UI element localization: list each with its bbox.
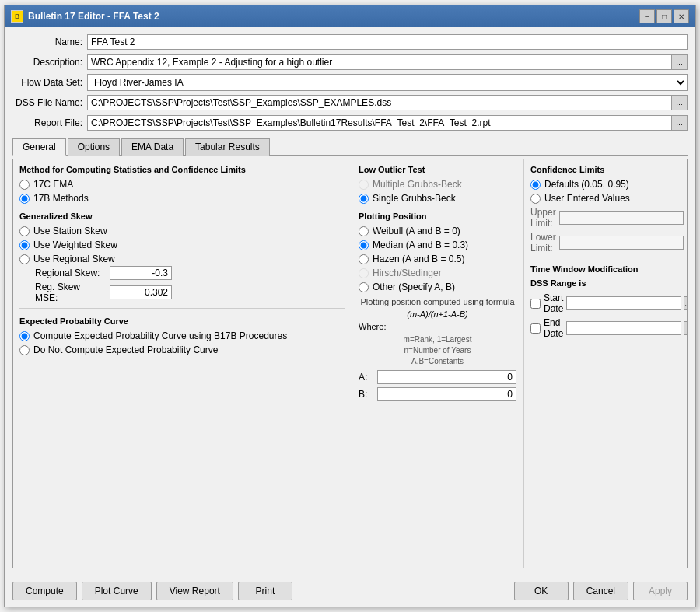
pp-hirsch: Hirsch/Stedinger bbox=[359, 268, 516, 278]
plot-curve-button[interactable]: Plot Curve bbox=[82, 582, 152, 600]
expected-prob-compute[interactable]: Compute Expected Probability Curve using… bbox=[19, 330, 345, 341]
view-report-button[interactable]: View Report bbox=[156, 582, 233, 600]
regional-skew-field[interactable] bbox=[110, 266, 172, 280]
end-date-label: End Date bbox=[544, 317, 563, 339]
plotting-formula: (m-A)/(n+1-A-B) bbox=[359, 309, 516, 319]
tab-ema-data[interactable]: EMA Data bbox=[121, 138, 184, 156]
skew-title: Generalized Skew bbox=[19, 212, 345, 221]
time-window-section: Time Window Modification DSS Range is St… bbox=[530, 264, 681, 339]
skew-regional[interactable]: Use Regional Skew bbox=[19, 254, 345, 264]
tab-general[interactable]: General bbox=[12, 138, 66, 156]
print-button[interactable]: Print bbox=[238, 582, 292, 600]
cl-defaults[interactable]: Defaults (0.05, 0.95) bbox=[530, 179, 681, 190]
name-field[interactable] bbox=[87, 34, 688, 50]
plotting-formula-desc: Plotting position computed using formula bbox=[359, 297, 516, 306]
upper-limit-field[interactable] bbox=[559, 211, 684, 225]
pp-weibull[interactable]: Weibull (A and B = 0) bbox=[359, 226, 516, 236]
expected-prob-radio-group: Compute Expected Probability Curve using… bbox=[19, 330, 345, 355]
name-row: Name: bbox=[12, 33, 688, 51]
regional-skew-row: Regional Skew: bbox=[35, 266, 345, 280]
plotting-position-radio-group: Weibull (A and B = 0) Median (A and B = … bbox=[359, 226, 516, 292]
title-bar: B Bulletin 17 Editor - FFA Test 2 − □ ✕ bbox=[5, 5, 695, 27]
pp-hazen-label: Hazen (A and B = 0.5) bbox=[373, 254, 464, 264]
report-file-label: Report File: bbox=[12, 117, 82, 128]
flow-data-set-select[interactable]: Floyd River-James IA bbox=[87, 74, 688, 91]
a-label: A: bbox=[359, 372, 374, 383]
compute-button[interactable]: Compute bbox=[12, 582, 77, 600]
pp-other[interactable]: Other (Specify A, B) bbox=[359, 282, 516, 292]
expected-prob-donot-label: Do Not Compute Expected Probability Curv… bbox=[33, 344, 218, 355]
start-date-checkbox[interactable] bbox=[530, 299, 541, 309]
plotting-position-title: Plotting Position bbox=[359, 212, 516, 221]
skew-station[interactable]: Use Station Skew bbox=[19, 226, 345, 236]
start-date-label: Start Date bbox=[544, 292, 563, 314]
method-17b-label: 17B Methods bbox=[33, 193, 89, 204]
low-outlier-single[interactable]: Single Grubbs-Beck bbox=[359, 193, 516, 204]
reg-skew-mse-field[interactable] bbox=[110, 285, 172, 299]
description-field[interactable] bbox=[87, 54, 672, 70]
method-skew-panel: Method for Computing Statistics and Conf… bbox=[13, 159, 352, 568]
window-title: Bulletin 17 Editor - FFA Test 2 bbox=[28, 11, 159, 22]
bottom-right-buttons: OK Cancel Apply bbox=[514, 582, 688, 600]
tabs-bar: General Options EMA Data Tabular Results bbox=[12, 138, 688, 156]
expected-prob-donot[interactable]: Do Not Compute Expected Probability Curv… bbox=[19, 344, 345, 355]
cancel-button[interactable]: Cancel bbox=[573, 582, 628, 600]
pp-hazen[interactable]: Hazen (A and B = 0.5) bbox=[359, 254, 516, 264]
cl-user-entered[interactable]: User Entered Values bbox=[530, 193, 681, 204]
lower-limit-field[interactable] bbox=[559, 236, 684, 250]
description-row: Description: … bbox=[12, 54, 688, 71]
lower-limit-label: Lower Limit: bbox=[530, 232, 556, 254]
end-date-field[interactable] bbox=[566, 321, 681, 335]
apply-button[interactable]: Apply bbox=[633, 582, 688, 600]
method-title: Method for Computing Statistics and Conf… bbox=[19, 165, 345, 174]
report-file-browse-button[interactable]: … bbox=[672, 115, 688, 131]
method-17c-ema[interactable]: 17C EMA bbox=[19, 179, 345, 190]
skew-radio-group: Use Station Skew Use Weighted Skew Use R… bbox=[19, 226, 345, 264]
tab-options[interactable]: Options bbox=[68, 138, 120, 156]
b-field[interactable] bbox=[377, 387, 516, 401]
low-outlier-multiple: Multiple Grubbs-Beck bbox=[359, 179, 516, 190]
name-label: Name: bbox=[12, 37, 82, 47]
bottom-left-buttons: Compute Plot Curve View Report Print bbox=[12, 582, 292, 600]
end-date-row: End Date … bbox=[530, 317, 681, 339]
maximize-button[interactable]: □ bbox=[656, 9, 672, 23]
pp-hirsch-label: Hirsch/Stedinger bbox=[373, 268, 442, 278]
where-desc: m=Rank, 1=Largestn=Number of YearsA,B=Co… bbox=[359, 334, 516, 367]
low-outlier-title: Low Outlier Test bbox=[359, 165, 516, 174]
skew-regional-label: Use Regional Skew bbox=[33, 254, 115, 264]
dss-file-label: DSS File Name: bbox=[12, 97, 82, 108]
pp-median[interactable]: Median (A and B = 0.3) bbox=[359, 240, 516, 250]
low-outlier-single-label: Single Grubbs-Beck bbox=[373, 193, 456, 204]
dss-file-field[interactable] bbox=[87, 95, 672, 110]
minimize-button[interactable]: − bbox=[639, 9, 655, 23]
upper-limit-label: Upper Limit: bbox=[530, 207, 556, 229]
app-icon: B bbox=[11, 10, 23, 23]
dss-file-browse-button[interactable]: … bbox=[672, 95, 688, 110]
confidence-limits-radio-group: Defaults (0.05, 0.95) User Entered Value… bbox=[530, 179, 681, 204]
report-file-field[interactable] bbox=[87, 115, 672, 131]
cl-defaults-label: Defaults (0.05, 0.95) bbox=[544, 179, 629, 190]
ok-button[interactable]: OK bbox=[514, 582, 569, 600]
start-date-field[interactable] bbox=[566, 296, 681, 310]
b-label: B: bbox=[359, 389, 374, 400]
start-date-browse-button[interactable]: … bbox=[684, 296, 688, 310]
description-input-group: … bbox=[87, 54, 688, 70]
middle-panel: Low Outlier Test Multiple Grubbs-Beck Si… bbox=[352, 159, 523, 568]
bottom-bar: Compute Plot Curve View Report Print OK … bbox=[5, 575, 695, 607]
pp-other-label: Other (Specify A, B) bbox=[373, 282, 455, 292]
a-field[interactable] bbox=[377, 370, 516, 384]
low-outlier-multiple-label: Multiple Grubbs-Beck bbox=[373, 179, 462, 190]
method-17b[interactable]: 17B Methods bbox=[19, 193, 345, 204]
end-date-checkbox[interactable] bbox=[530, 323, 541, 334]
end-date-browse-button[interactable]: … bbox=[684, 321, 688, 335]
upper-limit-row: Upper Limit: bbox=[530, 207, 681, 229]
skew-weighted[interactable]: Use Weighted Skew bbox=[19, 240, 345, 250]
start-date-row: Start Date … bbox=[530, 292, 681, 314]
method-17c-label: 17C EMA bbox=[33, 179, 73, 190]
close-button[interactable]: ✕ bbox=[674, 9, 689, 23]
method-radio-group: 17C EMA 17B Methods bbox=[19, 179, 345, 204]
tab-tabular-results[interactable]: Tabular Results bbox=[185, 138, 270, 156]
expected-prob-title: Expected Probabilty Curve bbox=[19, 316, 345, 326]
description-browse-button[interactable]: … bbox=[672, 54, 688, 70]
time-window-title: Time Window Modification bbox=[530, 264, 681, 274]
